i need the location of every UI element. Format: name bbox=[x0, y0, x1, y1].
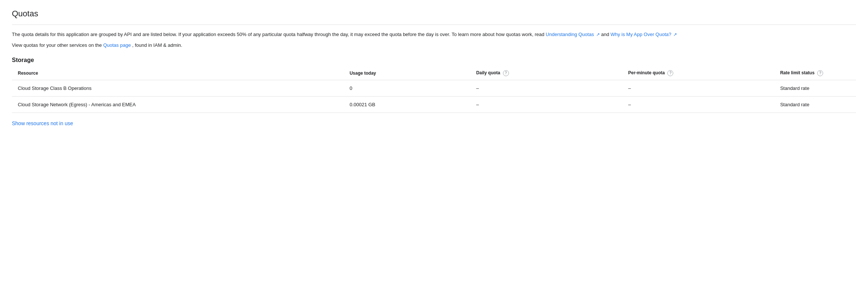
col-header-perminute-quota: Per-minute quota ? bbox=[628, 66, 780, 80]
description-line2: View quotas for your other services on t… bbox=[12, 42, 856, 49]
daily-quota-help-icon: ? bbox=[503, 70, 509, 76]
perminute-quota-cell-2: – bbox=[628, 96, 780, 113]
resource-cell-2: Cloud Storage Network (Egress) - America… bbox=[12, 96, 349, 113]
rate-limit-help-icon: ? bbox=[817, 70, 823, 76]
col-header-rate-limit: Rate limit status ? bbox=[780, 66, 856, 80]
storage-section-title: Storage bbox=[12, 57, 856, 64]
daily-quota-cell-2: – bbox=[476, 96, 628, 113]
perminute-quota-cell-1: – bbox=[628, 80, 780, 96]
table-row: Cloud Storage Network (Egress) - America… bbox=[12, 96, 856, 113]
table-row: Cloud Storage Class B Operations 0 – – S… bbox=[12, 80, 856, 96]
page-title: Quotas bbox=[12, 9, 856, 25]
external-link-icon-1: ↗ bbox=[596, 31, 600, 38]
usage-today-cell-1: 0 bbox=[349, 80, 476, 96]
show-resources-link[interactable]: Show resources not in use bbox=[12, 120, 856, 126]
col-header-daily-quota: Daily quota ? bbox=[476, 66, 628, 80]
description-line1: The quota details for this application a… bbox=[12, 31, 856, 39]
page-container: Quotas The quota details for this applic… bbox=[0, 0, 868, 135]
external-link-icon-2: ↗ bbox=[673, 31, 677, 38]
perminute-quota-help-icon: ? bbox=[667, 70, 673, 76]
table-body: Cloud Storage Class B Operations 0 – – S… bbox=[12, 80, 856, 113]
rate-limit-cell-1: Standard rate bbox=[780, 80, 856, 96]
quotas-page-link[interactable]: Quotas page bbox=[103, 42, 132, 48]
description-block: The quota details for this application a… bbox=[12, 31, 856, 49]
why-over-quota-link[interactable]: Why is My App Over Quota? ↗ bbox=[611, 32, 677, 37]
quota-table: Resource Usage today Daily quota ? Per-m… bbox=[12, 66, 856, 113]
resource-cell-1: Cloud Storage Class B Operations bbox=[12, 80, 349, 96]
col-header-resource: Resource bbox=[12, 66, 349, 80]
col-header-usage: Usage today bbox=[349, 66, 476, 80]
header-row: Resource Usage today Daily quota ? Per-m… bbox=[12, 66, 856, 80]
table-header: Resource Usage today Daily quota ? Per-m… bbox=[12, 66, 856, 80]
daily-quota-cell-1: – bbox=[476, 80, 628, 96]
understanding-quotas-link[interactable]: Understanding Quotas ↗ bbox=[546, 32, 601, 37]
usage-today-cell-2: 0.00021 GB bbox=[349, 96, 476, 113]
rate-limit-cell-2: Standard rate bbox=[780, 96, 856, 113]
